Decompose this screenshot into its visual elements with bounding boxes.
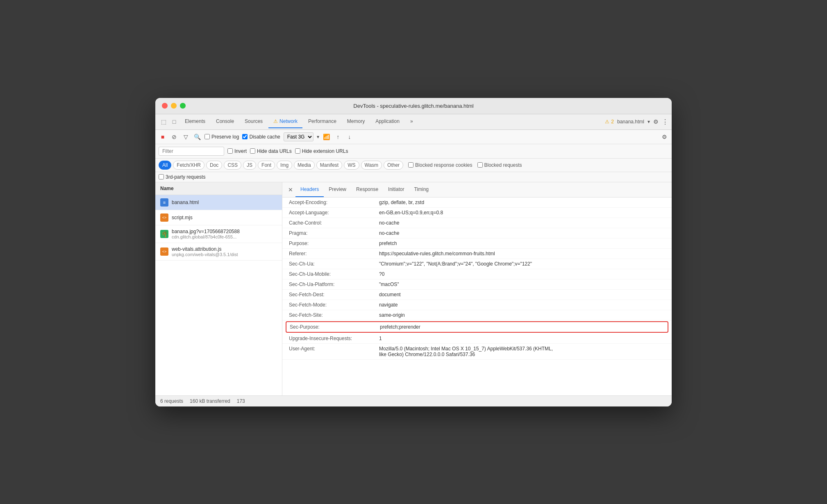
disable-cache-checkbox[interactable] [242,134,248,139]
file-icon-js-script: <> [160,213,168,222]
detail-tab-preview[interactable]: Preview [324,182,351,197]
tab-elements[interactable]: Elements [180,115,210,128]
file-item-web-vitals[interactable]: <> web-vitals.attribution.js unpkg.com/w… [155,243,282,261]
header-row-sec-ch-ua-mobile: Sec-Ch-Ua-Mobile: ?0 [282,269,672,279]
chip-css[interactable]: CSS [224,161,241,170]
upload-icon[interactable]: ↑ [334,133,342,141]
hide-extension-urls-checkbox[interactable] [295,148,300,154]
throttle-select[interactable]: Fast 3G [284,132,314,141]
chip-ws[interactable]: WS [344,161,359,170]
header-row-accept-encoding: Accept-Encoding: gzip, deflate, br, zstd [282,198,672,208]
cursor-icon[interactable]: ⬚ [159,117,168,127]
inspect-icon[interactable]: □ [169,117,179,127]
chip-fetch-xhr[interactable]: Fetch/XHR [173,161,204,170]
detail-panel: ✕ Headers Preview Response Initiator Tim… [282,182,672,395]
headers-table: Accept-Encoding: gzip, deflate, br, zstd… [282,198,672,395]
file-name-banana-html: banana.html [172,200,199,205]
wifi-icon[interactable]: 📶 [323,133,331,141]
search-button[interactable]: 🔍 [193,133,201,141]
maximize-button[interactable] [180,103,186,109]
file-name-web-vitals: web-vitals.attribution.js unpkg.com/web-… [172,246,238,257]
status-bar: 6 requests 160 kB transferred 173 [155,395,672,406]
devtools-tab-bar: ⬚ □ Elements Console Sources ⚠ Network P… [155,114,672,130]
warning-icon: ⚠ [605,119,609,125]
preserve-log-label[interactable]: Preserve log [204,134,239,140]
tab-console[interactable]: Console [211,115,239,128]
chip-all[interactable]: All [159,161,171,170]
filter-bar: Invert Hide data URLs Hide extension URL… [155,144,672,159]
detail-tabs: ✕ Headers Preview Response Initiator Tim… [282,182,672,198]
throttle-dropdown-icon[interactable]: ▾ [317,134,319,140]
filter-input[interactable] [159,147,224,156]
header-row-purpose: Purpose: prefetch [282,238,672,249]
header-row-sec-fetch-site: Sec-Fetch-Site: same-origin [282,310,672,320]
hide-data-urls-label[interactable]: Hide data URLs [250,148,292,154]
detail-tab-timing[interactable]: Timing [409,182,434,197]
header-row-pragma: Pragma: no-cache [282,228,672,238]
blocked-requests-label[interactable]: Blocked requests [477,162,522,168]
blocked-response-cookies-checkbox[interactable] [408,162,414,168]
chip-img[interactable]: Img [277,161,292,170]
file-icon-html: ≡ [160,198,168,207]
third-party-label[interactable]: 3rd-party requests [159,174,205,180]
filter-chips-bar: All Fetch/XHR Doc CSS JS Font Img Media … [155,159,672,172]
tab-sources[interactable]: Sources [240,115,268,128]
chip-wasm[interactable]: Wasm [361,161,382,170]
devtools-more-icon[interactable]: ⋮ [662,118,668,126]
chip-doc[interactable]: Doc [206,161,222,170]
header-row-sec-fetch-mode: Sec-Fetch-Mode: navigate [282,300,672,310]
settings-icon[interactable]: ⚙ [660,133,668,141]
filter-toggle-button[interactable]: ▽ [182,133,190,141]
extra-stat: 173 [237,398,245,404]
chip-media[interactable]: Media [294,161,315,170]
stop-recording-button[interactable]: ■ [159,133,167,141]
file-item-banana-html[interactable]: ≡ banana.html [155,195,282,210]
header-row-upgrade-insecure: Upgrade-Insecure-Requests: 1 [282,334,672,344]
invert-checkbox[interactable] [227,148,233,154]
detail-close-button[interactable]: ✕ [286,182,295,197]
devtools-settings-icon[interactable]: ⚙ [653,118,659,125]
tab-more[interactable]: » [405,115,418,128]
warning-count: 2 [611,119,614,125]
hide-data-urls-checkbox[interactable] [250,148,255,154]
detail-tab-headers[interactable]: Headers [295,182,324,197]
header-row-sec-ch-ua: Sec-Ch-Ua: "Chromium";v="122", "Not(A:Br… [282,259,672,269]
file-panel: Name ≡ banana.html <> script.mjs 🌴 banan… [155,182,282,395]
chip-manifest[interactable]: Manifest [316,161,342,170]
traffic-lights [162,103,186,109]
close-button[interactable] [162,103,168,109]
tab-application[interactable]: Application [370,115,404,128]
header-row-sec-fetch-dest: Sec-Fetch-Dest: document [282,290,672,300]
file-item-script-mjs[interactable]: <> script.mjs [155,210,282,225]
invert-label[interactable]: Invert [227,148,247,154]
tab-memory[interactable]: Memory [342,115,370,128]
file-icon-js-webvitals: <> [160,247,168,256]
blocked-response-cookies-label[interactable]: Blocked response cookies [408,162,472,168]
header-row-sec-purpose: Sec-Purpose: prefetch;prerender [286,321,668,333]
tab-performance[interactable]: Performance [303,115,341,128]
disable-cache-label[interactable]: Disable cache [242,134,280,140]
network-toolbar: ■ ⊘ ▽ 🔍 Preserve log Disable cache Fast … [155,130,672,144]
file-name-script-mjs: script.mjs [172,215,193,220]
chip-js[interactable]: JS [243,161,256,170]
third-party-checkbox[interactable] [159,174,164,179]
header-row-sec-ch-ua-platform: Sec-Ch-Ua-Platform: "macOS" [282,279,672,290]
preserve-log-checkbox[interactable] [204,134,210,139]
blocked-requests-checkbox[interactable] [477,162,483,168]
clear-button[interactable]: ⊘ [170,133,178,141]
chip-font[interactable]: Font [258,161,275,170]
download-icon[interactable]: ↓ [345,133,354,141]
title-bar: DevTools - speculative-rules.glitch.me/b… [155,98,672,114]
chip-other[interactable]: Other [384,161,403,170]
header-row-accept-language: Accept-Language: en-GB,en-US;q=0.9,en;q=… [282,208,672,218]
minimize-button[interactable] [171,103,177,109]
header-row-cache-control: Cache-Control: no-cache [282,218,672,228]
detail-tab-initiator[interactable]: Initiator [383,182,409,197]
devtools-window: DevTools - speculative-rules.glitch.me/b… [155,98,672,406]
file-item-banana-jpg[interactable]: 🌴 banana.jpg?v=1705668720588 cdn.glitch.… [155,225,282,243]
tab-network[interactable]: ⚠ Network [268,115,302,128]
hide-extension-urls-label[interactable]: Hide extension URLs [295,148,348,154]
page-dropdown-icon[interactable]: ▾ [648,119,650,125]
page-label: banana.html [617,119,644,125]
detail-tab-response[interactable]: Response [351,182,383,197]
